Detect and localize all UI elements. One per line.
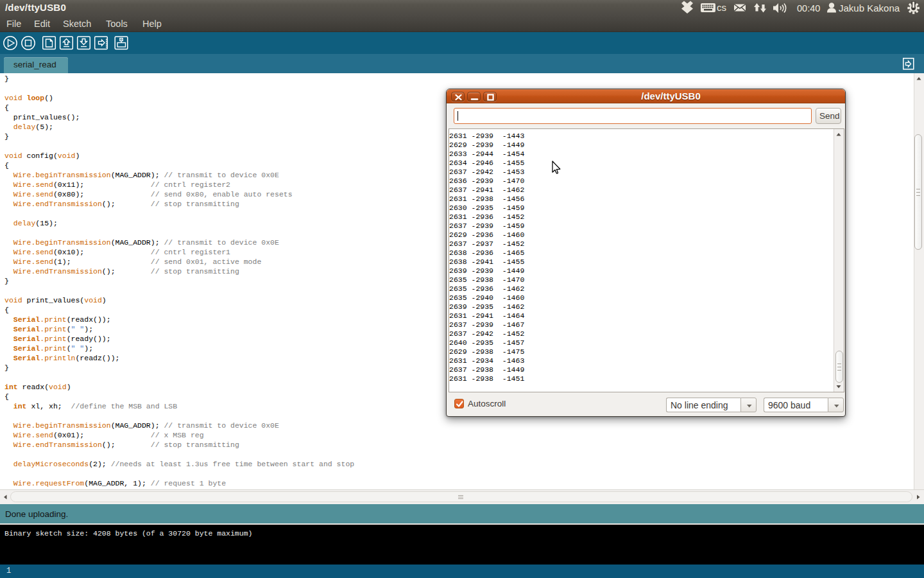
svg-text:cs: cs <box>717 2 726 13</box>
svg-text:Jakub Kakona: Jakub Kakona <box>839 3 900 13</box>
svg-text:00:40: 00:40 <box>797 3 820 13</box>
